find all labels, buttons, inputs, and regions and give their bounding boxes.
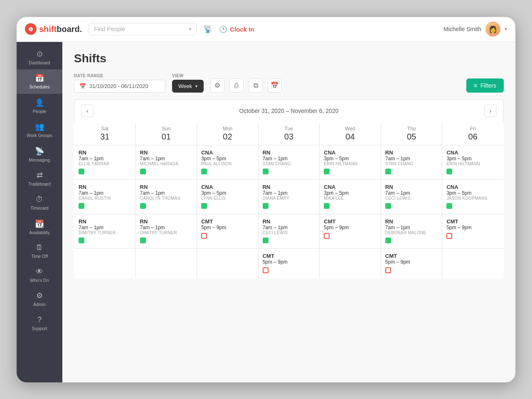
- status-indicator: [201, 233, 207, 239]
- col-wed: Wed 04: [320, 122, 381, 145]
- user-menu[interactable]: Michelle Smith 👩 ▾: [443, 22, 507, 37]
- settings-button[interactable]: ⚙: [210, 78, 224, 93]
- col-mon: Mon 02: [197, 122, 259, 145]
- sidebar-item-availability[interactable]: 📆 Availability: [17, 215, 62, 240]
- sidebar-label-availability: Availability: [29, 230, 49, 235]
- shift-time: 3pm – 5pm: [446, 156, 499, 162]
- sidebar-label-timeoff: Time Off: [31, 254, 48, 259]
- clock-in-button[interactable]: 🕐 Clock In: [219, 25, 254, 33]
- calendar-cell-r1-c1[interactable]: RN7am – 1pmCAROLYN THOMAS: [135, 179, 197, 214]
- calendar-cell-r1-c5[interactable]: RN7am – 1pmCECI LEWIS: [381, 179, 442, 214]
- calendar-cell-r3-c5[interactable]: CMT5pm – 9pm: [381, 248, 442, 278]
- main-content: Shifts DATE RANGE 📅 31/10/2020 - 06/11/2…: [62, 42, 515, 382]
- calendar-cell-r0-c1[interactable]: RN7am – 1pmMICHAEL HARADA: [135, 145, 197, 179]
- page-title: Shifts: [74, 52, 504, 65]
- shift-name: DIMITRY TURNER: [140, 230, 193, 235]
- status-indicator: [201, 169, 207, 174]
- shift-role: RN: [140, 149, 193, 156]
- calendar-cell-r3-c4[interactable]: [320, 248, 381, 278]
- chevron-down-icon: ▾: [189, 26, 191, 32]
- sidebar-item-whoson[interactable]: 👁 Who's On: [17, 263, 62, 287]
- sidebar-label-tradeboard: Tradeboard: [28, 181, 51, 187]
- date-range-input[interactable]: 📅 31/10/2020 - 06/11/2020: [74, 80, 165, 93]
- shift-role: CNA: [324, 149, 377, 156]
- calendar-row-2: RN7am – 1pmDIMITRY TURNERRN7am – 1pmDIMI…: [74, 214, 504, 248]
- sidebar-label-schedules: Schedules: [29, 84, 49, 90]
- workgroups-icon: 👥: [35, 122, 44, 131]
- view-selector[interactable]: Week ▾: [172, 80, 204, 93]
- shift-role: RN: [385, 184, 438, 190]
- calendar-cell-r3-c3[interactable]: CMT5pm – 9pm: [258, 248, 320, 278]
- calendar-cell-r2-c6[interactable]: CMT5pm – 9pm: [442, 214, 504, 248]
- calendar-cell-r1-c2[interactable]: CNA3pm – 5pmLYNN ELLIS: [197, 179, 259, 214]
- shift-time: 5pm – 9pm: [201, 225, 254, 230]
- calendar-cell-r1-c3[interactable]: RN7am – 1pmDIANA EMRY: [258, 179, 320, 214]
- shift-role: CNA: [201, 184, 254, 190]
- date-range-label: DATE RANGE: [74, 73, 165, 78]
- sidebar-item-support[interactable]: ? Support: [17, 311, 62, 335]
- calendar-button[interactable]: 📅: [268, 78, 282, 93]
- duplicate-button[interactable]: ⧉: [249, 78, 263, 93]
- status-indicator: [385, 237, 391, 243]
- calendar-cell-r0-c5[interactable]: RN7am – 1pmSTAN CHANG: [381, 145, 442, 179]
- calendar-cell-r2-c1[interactable]: RN7am – 1pmDIMITRY TURNER: [135, 214, 197, 248]
- find-people-dropdown[interactable]: Find People ▾: [89, 23, 197, 35]
- sidebar-item-timeoff[interactable]: 🗓 Time Off: [17, 239, 62, 263]
- sidebar-item-schedules[interactable]: 📅 Schedules: [17, 69, 62, 94]
- sidebar-item-workgroups[interactable]: 👥 Work Groups: [17, 118, 62, 142]
- col-tue: Tue 03: [258, 122, 320, 145]
- signal-icon[interactable]: 📡: [203, 24, 212, 34]
- shift-name: DIMITRY TURNER: [79, 230, 131, 235]
- copy-button[interactable]: ⎙: [229, 78, 244, 93]
- calendar-cell-r0-c2[interactable]: CNA3pm – 5pmPAUL ALLISON: [197, 145, 259, 179]
- calendar-cell-r0-c4[interactable]: CNA3pm – 5pmERIN HILTMANN: [320, 145, 381, 179]
- user-name: Michelle Smith: [443, 26, 481, 32]
- sidebar-label-timecard: Timecard: [30, 206, 48, 211]
- prev-week-button[interactable]: ‹: [81, 105, 94, 117]
- calendar-cell-r1-c0[interactable]: RN7am – 1pmCAROL RUSTIN: [74, 179, 136, 214]
- shift-time: 7am – 1pm: [263, 225, 315, 230]
- calendar-cell-r0-c6[interactable]: CNA3pm – 5pmERIN HILTMANN: [442, 145, 504, 179]
- timecard-icon: ⏱: [36, 195, 43, 204]
- next-week-button[interactable]: ›: [484, 105, 497, 117]
- shift-time: 3pm – 5pm: [446, 190, 499, 196]
- sidebar-item-admin[interactable]: ⚙ Admin: [17, 287, 62, 311]
- calendar-cell-r3-c2[interactable]: [197, 248, 259, 278]
- date-range-value: 31/10/2020 - 06/11/2020: [89, 83, 148, 89]
- sidebar-label-messaging: Messaging: [29, 157, 50, 163]
- shift-time: 7am – 1pm: [140, 190, 193, 196]
- calendar-cell-r2-c4[interactable]: CMT5pm – 9pm: [320, 214, 381, 248]
- calendar-row-0: RN7am – 1pmELLIE FARRARRN7am – 1pmMICHAE…: [74, 145, 504, 179]
- shift-role: CMT: [201, 218, 254, 225]
- sidebar-item-messaging[interactable]: 📡 Messaging: [17, 142, 62, 167]
- view-group: VIEW Week ▾: [172, 73, 204, 93]
- status-indicator: [263, 237, 268, 243]
- status-indicator: [385, 169, 391, 174]
- calendar-cell-r2-c2[interactable]: CMT5pm – 9pm: [197, 214, 259, 248]
- calendar-cell-r3-c6[interactable]: [442, 248, 504, 278]
- status-indicator: [263, 169, 268, 174]
- calendar-cell-r2-c3[interactable]: RN7am – 1pmCECI LEWIS: [258, 214, 320, 248]
- shift-role: RN: [385, 149, 438, 156]
- calendar-cell-r0-c0[interactable]: RN7am – 1pmELLIE FARRAR: [74, 145, 136, 179]
- col-sun: Sun 01: [135, 122, 197, 145]
- shift-time: 3pm – 5pm: [324, 190, 377, 196]
- calendar-cell-r0-c3[interactable]: RN7am – 1pmSTAN CHANG: [258, 145, 320, 179]
- calendar-cell-r3-c0[interactable]: [74, 248, 136, 278]
- shift-role: RN: [385, 218, 438, 225]
- shift-time: 3pm – 5pm: [201, 156, 254, 162]
- sidebar-item-timecard[interactable]: ⏱ Timecard: [17, 191, 62, 215]
- calendar-cell-r2-c0[interactable]: RN7am – 1pmDIMITRY TURNER: [74, 214, 136, 248]
- sidebar-item-tradeboard[interactable]: ⇄ Tradeboard: [17, 166, 62, 191]
- logo-icon: ⊛: [25, 23, 37, 35]
- shift-time: 7am – 1pm: [385, 156, 438, 162]
- sidebar-item-people[interactable]: 👤 People: [17, 94, 62, 118]
- filters-button[interactable]: ≡ Filters: [466, 78, 504, 93]
- calendar-cell-r1-c6[interactable]: CNA3pm – 5pmJASON KOOPMANS: [442, 179, 504, 214]
- date-range-group: DATE RANGE 📅 31/10/2020 - 06/11/2020: [74, 73, 165, 93]
- calendar-cell-r3-c1[interactable]: [135, 248, 197, 278]
- calendar-cell-r1-c4[interactable]: CNA3pm – 5pmMIKA LEE: [320, 179, 381, 214]
- sidebar-item-dashboard[interactable]: ⊙ Dashboard: [17, 45, 62, 70]
- messaging-icon: 📡: [35, 147, 44, 156]
- calendar-cell-r2-c5[interactable]: RN7am – 1pmDEBORAH MALONE: [381, 214, 442, 248]
